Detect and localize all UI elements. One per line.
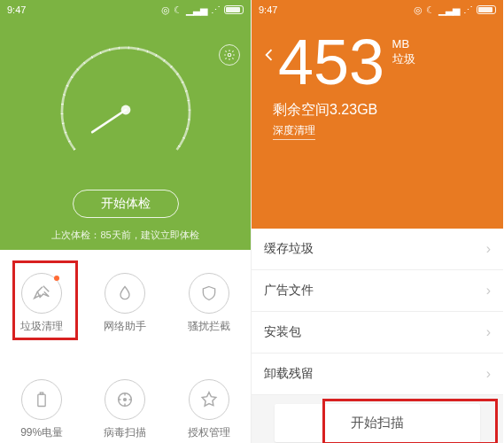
deep-clean-link[interactable]: 深度清理 <box>273 123 315 140</box>
back-button[interactable] <box>260 46 278 67</box>
start-scan-button[interactable]: 开始扫描 <box>275 404 480 442</box>
chevron-right-icon: › <box>486 324 491 340</box>
cell-label: 网络助手 <box>104 319 146 334</box>
status-bar: 9:47 ◎ ☾ ▁▃▅ ⋰ <box>0 0 251 19</box>
settings-button[interactable] <box>219 44 240 66</box>
item-label: 广告文件 <box>264 283 314 299</box>
junk-value: 453 <box>278 30 384 94</box>
cell-label: 授权管理 <box>188 425 230 440</box>
battery-cell[interactable]: 99%电量 <box>0 356 83 443</box>
feature-grid: 垃圾清理 网络助手 骚扰拦截 99%电量 <box>0 250 251 443</box>
start-checkup-button[interactable]: 开始体检 <box>73 190 179 218</box>
list-item-ads[interactable]: 广告文件 › <box>252 270 503 312</box>
item-label: 缓存垃圾 <box>264 241 314 257</box>
trash-cleanup-cell[interactable]: 垃圾清理 <box>0 250 83 356</box>
location-icon: ◎ <box>414 4 423 16</box>
cell-label: 骚扰拦截 <box>188 319 230 334</box>
svg-line-2 <box>92 110 126 132</box>
cleaner-app-screen: 9:47 ◎ ☾ ▁▃▅ ⋰ 453 MB 垃圾 剩余空间3.23GB <box>252 0 503 443</box>
wifi-icon: ⋰ <box>463 4 473 16</box>
status-time: 9:47 <box>7 4 26 15</box>
battery-icon <box>224 5 244 14</box>
status-bar: 9:47 ◎ ☾ ▁▃▅ ⋰ <box>252 0 503 19</box>
security-app-screen: 9:47 ◎ ☾ ▁▃▅ ⋰ 开始体检 上次体 <box>0 0 252 443</box>
cell-label: 99%电量 <box>20 425 63 440</box>
item-label: 卸载残留 <box>264 366 314 382</box>
drop-icon <box>116 284 134 302</box>
list-item-residual[interactable]: 卸载残留 › <box>252 354 503 395</box>
junk-unit: MB <box>392 37 410 51</box>
last-checkup-text: 上次体检：85天前，建议立即体检 <box>0 229 251 242</box>
permission-cell[interactable]: 授权管理 <box>167 356 251 443</box>
chevron-right-icon: › <box>486 366 491 382</box>
svg-point-0 <box>228 53 231 57</box>
item-label: 安装包 <box>264 324 301 340</box>
cell-label: 病毒扫描 <box>104 425 146 440</box>
block-spam-cell[interactable]: 骚扰拦截 <box>167 250 251 356</box>
svg-rect-3 <box>38 394 45 406</box>
chevron-right-icon: › <box>486 283 491 299</box>
shield-icon <box>200 284 218 302</box>
chevron-right-icon: › <box>486 241 491 257</box>
svg-point-6 <box>124 398 127 400</box>
broom-icon <box>32 284 51 303</box>
gear-icon <box>223 49 236 61</box>
cell-label: 垃圾清理 <box>20 319 63 334</box>
gauge-meter <box>46 30 205 190</box>
battery-icon <box>477 5 496 14</box>
moon-icon: ☾ <box>426 4 435 16</box>
signal-icon: ▁▃▅ <box>438 4 460 16</box>
category-list: 缓存垃圾 › 广告文件 › 安装包 › 卸载残留 › <box>252 229 503 395</box>
chevron-left-icon <box>260 46 278 64</box>
signal-icon: ▁▃▅ <box>186 4 207 16</box>
svg-rect-4 <box>40 392 43 394</box>
list-item-apk[interactable]: 安装包 › <box>252 312 503 354</box>
star-icon <box>199 390 219 409</box>
target-icon <box>115 390 135 409</box>
wifi-icon: ⋰ <box>211 4 221 16</box>
virus-scan-cell[interactable]: 病毒扫描 <box>83 356 167 443</box>
free-space-text: 剩余空间3.23GB <box>273 101 489 120</box>
header-panel: 开始体检 上次体检：85天前，建议立即体检 <box>0 19 251 250</box>
list-item-cache[interactable]: 缓存垃圾 › <box>252 229 503 270</box>
moon-icon: ☾ <box>174 4 182 16</box>
location-icon: ◎ <box>161 4 170 16</box>
junk-label: 垃圾 <box>392 52 415 66</box>
header-panel: 453 MB 垃圾 剩余空间3.23GB 深度清理 <box>252 19 503 229</box>
status-time: 9:47 <box>259 4 277 15</box>
battery-icon <box>33 391 50 408</box>
network-assistant-cell[interactable]: 网络助手 <box>83 250 167 356</box>
